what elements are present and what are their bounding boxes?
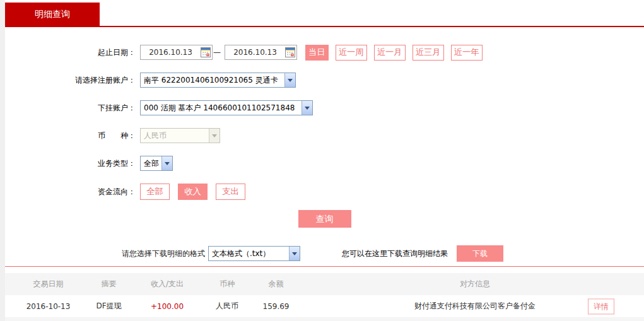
business-type-value: 全部: [141, 158, 161, 169]
page-container: 明细查询 起止日期： —: [5, 0, 644, 321]
query-form: 起止日期： —: [5, 27, 644, 228]
cell-currency: 人民币: [208, 301, 246, 312]
sub-account-value: 000 活期 基本户 1406600101102571848: [141, 103, 302, 114]
quick-range-3months-button[interactable]: 近三月: [413, 45, 444, 61]
download-format-value: 文本格式（.txt）: [209, 248, 289, 259]
download-format-select[interactable]: 文本格式（.txt）: [208, 246, 300, 261]
tab-detail-query[interactable]: 明细查询: [5, 3, 100, 26]
registered-account-label: 请选择注册账户：: [5, 75, 136, 86]
calendar-icon[interactable]: [285, 47, 295, 57]
cell-summary: DF提现: [91, 301, 126, 312]
chevron-down-icon: [284, 73, 295, 87]
table-row: 2016-10-13 DF提现 +100.00 人民币 159.69 财付通支付…: [5, 295, 644, 317]
business-type-row: 业务类型： 全部: [5, 156, 644, 171]
tab-bar: 明细查询: [5, 0, 644, 27]
currency-row: 币 种： 人民币: [5, 128, 644, 143]
sub-account-select[interactable]: 000 活期 基本户 1406600101102571848: [140, 100, 313, 115]
cell-amount: +100.00: [126, 302, 208, 311]
cell-transaction-date: 2016-10-13: [5, 302, 91, 311]
registered-account-row: 请选择注册账户： 南平 6222001406100921065 灵通卡: [5, 73, 644, 88]
download-format-label: 请您选择下载明细的格式: [122, 248, 205, 259]
calendar-icon[interactable]: [201, 47, 211, 57]
currency-select: 人民币: [140, 128, 220, 143]
start-date-box: [140, 45, 213, 60]
fund-direction-income-button[interactable]: 收入: [178, 184, 208, 200]
registered-account-value: 南平 6222001406100921065 灵通卡: [141, 75, 284, 86]
currency-value: 人民币: [141, 131, 209, 141]
chevron-down-icon: [209, 129, 220, 143]
query-button[interactable]: 查询: [298, 210, 351, 228]
fund-direction-expense-button[interactable]: 支出: [216, 184, 245, 200]
table-footer-strip: [5, 317, 644, 321]
sub-account-label: 下挂账户：: [5, 103, 136, 114]
fund-direction-all-button[interactable]: 全部: [140, 184, 170, 200]
end-date-input[interactable]: [225, 45, 285, 59]
date-separator: —: [213, 48, 221, 57]
download-row: 请您选择下载明细的格式 文本格式（.txt） 您可以在这里下载查询明细结果 下载: [5, 245, 644, 262]
registered-account-select[interactable]: 南平 6222001406100921065 灵通卡: [140, 73, 296, 88]
end-date-box: [225, 45, 297, 60]
date-range-row: 起止日期： —: [5, 45, 644, 60]
date-range-label: 起止日期：: [5, 47, 136, 58]
cell-balance: 159.69: [246, 302, 306, 311]
fund-direction-label: 资金流向：: [5, 187, 136, 197]
header-income-expense: 收入/支出: [126, 279, 208, 289]
download-button[interactable]: 下载: [457, 245, 503, 262]
fund-direction-row: 资金流向： 全部 收入 支出: [5, 184, 644, 200]
chevron-down-icon: [289, 247, 300, 260]
header-transaction-date: 交易日期: [5, 279, 91, 289]
header-balance: 余额: [246, 279, 306, 289]
quick-range-today-button[interactable]: 当日: [305, 45, 329, 61]
chevron-down-icon: [161, 156, 172, 170]
section-divider: [5, 266, 644, 267]
header-counterparty: 对方信息: [306, 279, 644, 289]
currency-label: 币 种：: [5, 131, 136, 141]
business-type-label: 业务类型：: [5, 158, 136, 169]
sub-account-row: 下挂账户： 000 活期 基本户 1406600101102571848: [5, 100, 644, 115]
detail-button[interactable]: 详情: [588, 298, 614, 314]
quick-range-week-button[interactable]: 近一周: [336, 45, 367, 61]
quick-range-year-button[interactable]: 近一年: [451, 45, 483, 61]
business-type-select[interactable]: 全部: [140, 156, 173, 171]
download-hint: 您可以在这里下载查询明细结果: [342, 248, 448, 259]
header-summary: 摘要: [91, 279, 126, 289]
start-date-input[interactable]: [141, 45, 201, 59]
chevron-down-icon: [302, 101, 312, 115]
header-currency: 币种: [208, 279, 246, 289]
table-header: 交易日期 摘要 收入/支出 币种 余额 对方信息: [5, 273, 644, 295]
quick-range-month-button[interactable]: 近一月: [374, 45, 406, 61]
